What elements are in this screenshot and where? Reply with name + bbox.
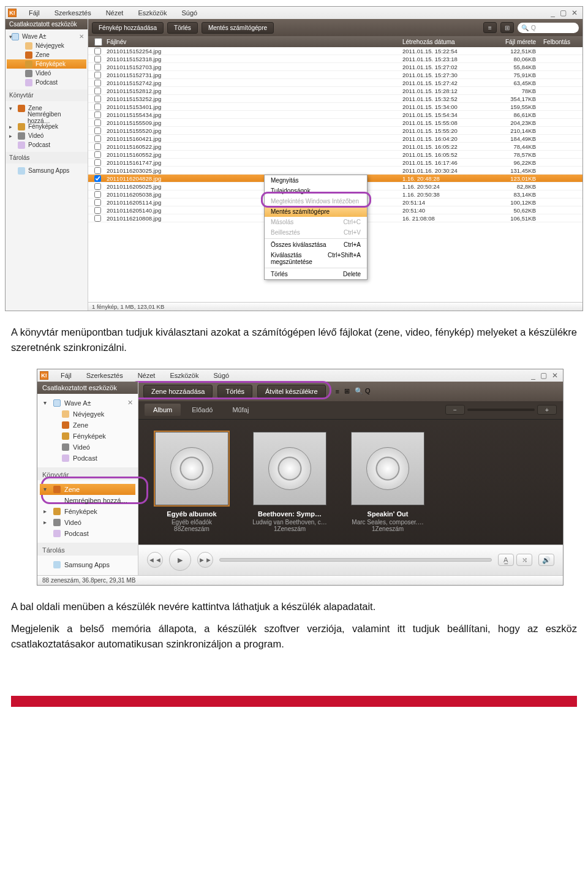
table-row[interactable]: 20110115160552.jpg2011.01.15. 16:05:5278…: [88, 151, 582, 159]
library-item[interactable]: ▸Videó: [7, 131, 86, 140]
close-device-icon[interactable]: ✕: [79, 33, 84, 40]
menu-view[interactable]: Nézet: [99, 8, 131, 18]
play-button[interactable]: ▶: [169, 549, 191, 571]
table-row[interactable]: 20110115153252.jpg2011.01.15. 15:32:5235…: [88, 95, 582, 103]
tab-genre[interactable]: Műfaj: [224, 404, 257, 416]
table-row[interactable]: 20110115152731.jpg2011.01.15. 15:27:3075…: [88, 71, 582, 79]
album-cover[interactable]: [351, 432, 424, 505]
library-item[interactable]: ▸Fényképek: [40, 506, 135, 517]
maximize-icon[interactable]: ▢: [540, 371, 547, 380]
sidebar-item-music[interactable]: Zene: [40, 420, 135, 431]
view-list-icon[interactable]: ≡: [336, 388, 339, 395]
tab-album[interactable]: Album: [145, 404, 181, 416]
library-item[interactable]: ▾Zene: [40, 484, 135, 495]
row-checkbox[interactable]: [94, 215, 101, 222]
volume-button[interactable]: 🔊: [538, 554, 554, 566]
close-device-icon[interactable]: ✕: [127, 399, 133, 407]
storage-item[interactable]: Samsung Apps: [7, 166, 86, 175]
album-cover[interactable]: [253, 432, 326, 505]
add-music-button[interactable]: Zene hozzáadása: [143, 385, 213, 398]
table-row[interactable]: 20110116203025.jpg2011.01.16. 20:30:2413…: [88, 167, 582, 175]
minimize-icon[interactable]: _: [531, 371, 535, 380]
sidebar-item-podcast[interactable]: Podcast: [7, 78, 86, 87]
table-row[interactable]: 20110115160522.jpg2011.01.15. 16:05:2278…: [88, 143, 582, 151]
col-resolution[interactable]: Felbontás: [540, 38, 582, 46]
context-menu-item[interactable]: TörlésDelete: [265, 269, 367, 279]
context-menu-item[interactable]: Megnyitás: [265, 175, 367, 186]
sidebar-item-contacts[interactable]: Névjegyek: [40, 409, 135, 420]
sidebar-item-video[interactable]: Videó: [7, 69, 86, 78]
shuffle-button[interactable]: ⤭: [516, 554, 532, 566]
table-row[interactable]: 20110115153401.jpg2011.01.15. 15:34:0015…: [88, 103, 582, 111]
col-size[interactable]: Fájl mérete: [497, 38, 540, 46]
table-row[interactable]: 20110115161747.jpg2011.01.15. 16:17:4696…: [88, 159, 582, 167]
col-filename[interactable]: Fájlnév: [103, 38, 399, 46]
menu-help[interactable]: Súgó: [174, 8, 205, 18]
add-photo-button[interactable]: Fénykép hozzáadása: [92, 22, 164, 34]
search-input[interactable]: 🔍 Q: [355, 387, 371, 395]
device-name[interactable]: Wave A±: [64, 399, 91, 407]
sidebar-device[interactable]: ▾Wave A±✕: [7, 32, 86, 41]
minimize-icon[interactable]: _: [551, 9, 555, 17]
table-row[interactable]: 20110115152703.jpg2011.01.15. 15:27:0255…: [88, 63, 582, 71]
menu-edit[interactable]: Szerkesztés: [79, 371, 130, 380]
col-date[interactable]: Létrehozás dátuma: [399, 38, 497, 46]
menu-tools[interactable]: Eszközök: [162, 371, 206, 380]
repeat-button[interactable]: A̲: [498, 554, 514, 566]
zoom-in-button[interactable]: +: [537, 405, 557, 415]
library-item[interactable]: ▸Fényképek: [7, 122, 86, 131]
library-item[interactable]: Podcast: [7, 140, 86, 149]
zoom-out-button[interactable]: −: [445, 405, 465, 415]
context-menu-item[interactable]: Összes kiválasztásaCtrl+A: [265, 239, 367, 250]
next-button[interactable]: ►►: [197, 552, 213, 568]
tab-artist[interactable]: Előadó: [183, 404, 221, 416]
table-row[interactable]: 20110115155520.jpg2011.01.15. 15:55:2021…: [88, 127, 582, 135]
save-to-pc-button[interactable]: Mentés számítógépre: [202, 22, 274, 34]
progress-bar[interactable]: [219, 558, 492, 562]
table-row[interactable]: 20110115155434.jpg2011.01.15. 15:54:3486…: [88, 111, 582, 119]
sidebar-item-contacts[interactable]: Névjegyek: [7, 41, 86, 50]
album-cover[interactable]: [155, 432, 228, 505]
sidebar-item-photo[interactable]: Fényképek: [7, 59, 86, 69]
album-item[interactable]: Speakin' OutMarc Seales, composer.…1Zene…: [348, 432, 428, 532]
menu-file[interactable]: Fájl: [53, 371, 79, 380]
table-row[interactable]: 20110115152742.jpg2011.01.15. 15:27:4263…: [88, 79, 582, 87]
storage-item[interactable]: Samsung Apps: [40, 559, 135, 570]
transfer-to-device-button[interactable]: Átvitel készülékre: [257, 385, 326, 398]
menu-edit[interactable]: Szerkesztés: [47, 8, 99, 18]
sidebar-item-music[interactable]: Zene: [7, 50, 86, 59]
sidebar-item-podcast[interactable]: Podcast: [40, 453, 135, 464]
sidebar-device[interactable]: ▾Wave A±✕: [40, 398, 135, 409]
view-grid-icon[interactable]: ⊞: [344, 387, 350, 395]
library-item[interactable]: Nemrégiben hozzá…: [7, 113, 86, 122]
table-row[interactable]: 20110115152254.jpg2011.01.15. 15:22:5412…: [88, 47, 582, 55]
zoom-slider[interactable]: [467, 409, 535, 411]
menu-help[interactable]: Súgó: [206, 371, 236, 380]
album-item[interactable]: Beethoven: Symp…Ludwig van Beethoven, c……: [250, 432, 330, 532]
view-list-icon[interactable]: ≡: [483, 22, 497, 33]
library-item[interactable]: Podcast: [40, 528, 135, 539]
view-grid-icon[interactable]: ⊞: [500, 22, 514, 33]
maximize-icon[interactable]: ▢: [560, 9, 567, 17]
close-icon[interactable]: ✕: [571, 9, 578, 17]
library-item[interactable]: Nemrégiben hozzá…: [40, 495, 135, 506]
album-item[interactable]: Egyéb albumokEgyéb előadók88Zeneszám: [152, 432, 232, 532]
device-name[interactable]: Wave A±: [22, 33, 47, 40]
table-row[interactable]: 20110115152318.jpg2011.01.15. 15:23:1880…: [88, 55, 582, 63]
sidebar-item-video[interactable]: Videó: [40, 442, 135, 453]
menu-file[interactable]: Fájl: [21, 8, 47, 18]
table-row[interactable]: 20110115155509.jpg2011.01.15. 15:55:0820…: [88, 119, 582, 127]
table-row[interactable]: 20110115152812.jpg2011.01.15. 15:28:1278…: [88, 87, 582, 95]
delete-button[interactable]: Törlés: [217, 385, 252, 398]
context-menu-item[interactable]: Tulajdonságok: [265, 186, 367, 196]
close-icon[interactable]: ✕: [552, 371, 558, 380]
delete-button[interactable]: Törlés: [167, 22, 198, 34]
context-menu-item[interactable]: Kiválasztás megszüntetéseCtrl+Shift+A: [265, 250, 367, 267]
search-input[interactable]: 🔍Q: [518, 23, 579, 33]
menu-view[interactable]: Nézet: [130, 371, 163, 380]
sidebar-item-photo[interactable]: Fényképek: [40, 431, 135, 442]
prev-button[interactable]: ◄◄: [147, 552, 163, 568]
table-row[interactable]: 20110115160421.jpg2011.01.15. 16:04:2018…: [88, 135, 582, 143]
menu-tools[interactable]: Eszközök: [130, 8, 174, 18]
library-item[interactable]: ▸Videó: [40, 517, 135, 528]
